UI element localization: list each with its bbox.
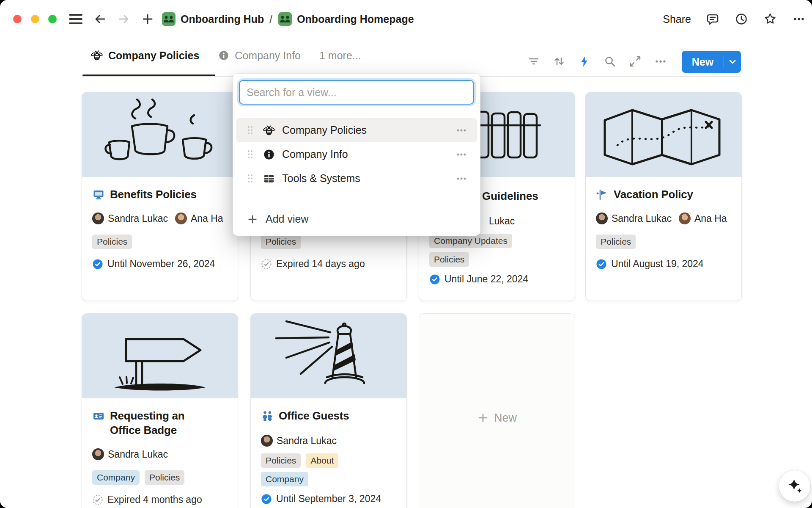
person-name: Sandra Lukac <box>108 449 168 460</box>
card-title: Office Guests <box>279 409 349 423</box>
card-benefits-policies[interactable]: Benefits Policies Sandra Lukac Ana Ha Po… <box>82 92 238 301</box>
monitor-icon <box>92 188 105 201</box>
drag-handle-icon[interactable] <box>247 125 253 135</box>
view-row-company-info[interactable]: Company Info <box>236 142 477 166</box>
avatar <box>679 213 691 224</box>
breadcrumb: Onboarding Hub / Onboarding Homepage <box>162 0 414 38</box>
view-tabs: Company Policies Company Info 1 more... <box>91 49 361 62</box>
status-row: Until June 22, 2024 <box>429 273 528 285</box>
new-button[interactable]: New <box>682 51 741 73</box>
more-views-button[interactable]: 1 more... <box>319 50 361 62</box>
tag: Company Updates <box>429 234 512 248</box>
card-office-guests[interactable]: Office Guests Sandra Lukac Policies Abou… <box>250 313 407 508</box>
close-window-button[interactable] <box>13 15 22 23</box>
minimize-window-button[interactable] <box>31 15 39 23</box>
titlebar-actions: Share <box>663 0 806 38</box>
tags-row: Company Policies <box>92 470 228 485</box>
view-more-options-icon[interactable] <box>455 148 468 161</box>
history-clock-icon[interactable] <box>734 12 749 26</box>
tag: Policies <box>596 235 636 249</box>
automation-bolt-icon[interactable] <box>578 55 591 68</box>
back-arrow-icon[interactable] <box>93 12 107 26</box>
view-more-options-icon[interactable] <box>455 124 468 137</box>
more-options-icon[interactable] <box>792 12 806 26</box>
share-button[interactable]: Share <box>663 13 691 25</box>
tags-row: Company <box>261 472 396 486</box>
filter-icon[interactable] <box>527 55 540 68</box>
breadcrumb-current[interactable]: Onboarding Homepage <box>297 13 414 25</box>
team-icon <box>162 12 176 26</box>
tag: Policies <box>261 453 301 468</box>
coffee-mugs-doodle <box>82 92 238 177</box>
view-row-tools-systems[interactable]: Tools & Systems <box>236 166 477 190</box>
verified-badge-icon <box>429 274 440 285</box>
info-icon <box>263 148 275 161</box>
zoom-window-button[interactable] <box>48 15 57 23</box>
forward-arrow-icon[interactable] <box>117 12 131 26</box>
avatar <box>596 213 608 224</box>
view-options-icon[interactable] <box>654 55 667 68</box>
drag-handle-icon[interactable] <box>247 174 253 183</box>
drag-handle-icon[interactable] <box>247 149 253 159</box>
people-row: Sandra Lukac Ana Ha <box>92 213 228 224</box>
popover-divider <box>233 205 480 205</box>
breadcrumb-root[interactable]: Onboarding Hub <box>181 13 264 25</box>
tags-row: Policies About <box>261 453 396 468</box>
people-row: Sandra Lukac <box>261 435 396 447</box>
info-icon <box>218 50 230 61</box>
search-icon[interactable] <box>604 55 616 68</box>
view-name: Company Info <box>282 148 455 160</box>
status-row: Until November 26, 2024 <box>92 258 228 270</box>
new-card-button[interactable]: New <box>419 313 575 508</box>
badge-icon <box>92 410 105 422</box>
card-vacation-policy[interactable]: Vacation Policy Sandra Lukac Ana Ha Poli… <box>585 92 742 301</box>
sidebar-menu-button[interactable] <box>69 14 82 24</box>
tab-label: Company Info <box>235 50 301 62</box>
person-name: Sandra Lukac <box>612 213 672 224</box>
status-row: Expired 14 days ago <box>261 258 365 270</box>
card-title: Requesting an Office Badge <box>110 409 205 437</box>
add-view-label: Add view <box>266 213 308 225</box>
status-label: Until June 22, 2024 <box>444 273 528 285</box>
status-row: Until September 3, 2024 <box>261 493 396 505</box>
card-title-fragment: Guidelines <box>482 189 538 203</box>
expand-view-icon[interactable] <box>629 55 642 68</box>
new-button-label: New <box>682 56 724 68</box>
tag: Company <box>92 470 140 485</box>
flag-icon <box>596 188 609 201</box>
view-list: Company Policies Company Info <box>233 118 480 190</box>
verified-badge-icon <box>261 494 272 505</box>
view-switcher-popover: Company Policies Company Info <box>233 74 480 236</box>
tab-company-policies[interactable]: Company Policies <box>91 49 199 62</box>
comments-icon[interactable] <box>705 12 720 26</box>
team-icon <box>278 12 292 26</box>
tags-row: Policies <box>261 235 365 249</box>
person-name: Ana Ha <box>694 213 727 224</box>
verified-badge-icon <box>596 259 607 270</box>
chevron-down-icon[interactable] <box>724 56 741 67</box>
view-row-company-policies[interactable]: Company Policies <box>236 118 477 142</box>
tag: Policies <box>261 235 301 249</box>
tags-row: Company Updates <box>429 234 512 248</box>
card-title: Benefits Policies <box>110 187 197 202</box>
tags-row: Policies <box>92 235 228 249</box>
card-cover <box>82 314 238 398</box>
tag: About <box>306 453 338 468</box>
tab-company-info[interactable]: Company Info <box>218 50 301 62</box>
ai-assistant-button[interactable] <box>779 470 810 502</box>
verified-badge-icon <box>92 259 103 270</box>
active-tab-underline <box>82 75 215 76</box>
add-view-button[interactable]: Add view <box>236 207 477 231</box>
person-name: Sandra Lukac <box>277 435 337 447</box>
sort-icon[interactable] <box>553 55 565 68</box>
view-name: Tools & Systems <box>282 172 455 185</box>
card-office-badge[interactable]: Requesting an Office Badge Sandra Lukac … <box>82 313 238 508</box>
favorite-star-icon[interactable] <box>763 12 777 26</box>
sparkle-icon <box>786 477 804 495</box>
new-page-icon[interactable] <box>140 12 155 26</box>
status-label: Until September 3, 2024 <box>276 493 381 505</box>
tags-row: Policies <box>429 252 469 267</box>
view-more-options-icon[interactable] <box>455 172 468 185</box>
people-row: Sandra Lukac <box>92 448 228 460</box>
view-search-input[interactable] <box>239 80 474 105</box>
